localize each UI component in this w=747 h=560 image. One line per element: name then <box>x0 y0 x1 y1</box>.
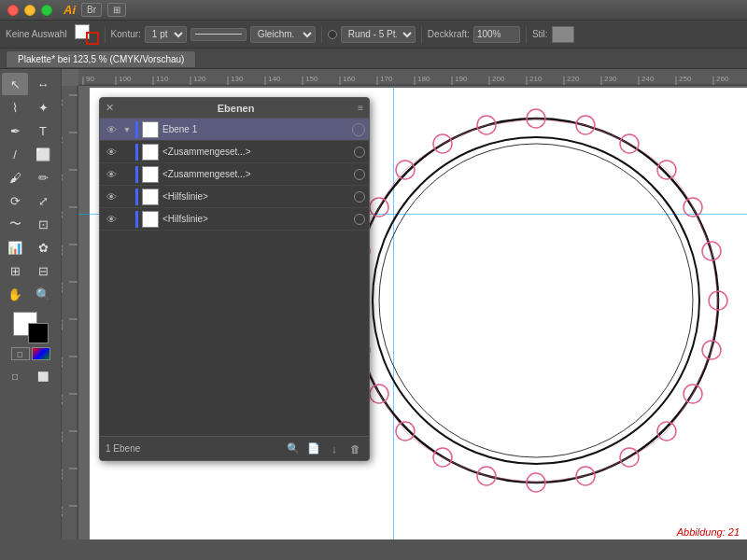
svg-text:100: 100 <box>62 245 63 256</box>
kontur-select[interactable]: 1 pt <box>145 26 187 43</box>
stil-preview[interactable] <box>552 26 574 43</box>
svg-text:90: 90 <box>62 211 63 218</box>
scale-tool[interactable]: ⤢ <box>30 189 56 212</box>
svg-text:170: 170 <box>62 506 63 517</box>
view-mode-tools: □ ⬜ <box>2 365 59 387</box>
layers-panel: ✕ Ebenen ≡ 👁 ▼ Ebene 1 👁 <box>99 97 370 461</box>
slice-tool[interactable]: ⊟ <box>30 259 56 282</box>
layer-row-1[interactable]: 👁 <Zusammengeset...> <box>100 141 369 163</box>
rotate-tool[interactable]: ⟳ <box>2 189 28 212</box>
app-icon: Ai <box>63 3 76 17</box>
layer-row-2[interactable]: 👁 <Zusammengeset...> <box>100 163 369 186</box>
symbol-tool[interactable]: ✿ <box>30 236 56 259</box>
delete-layer-button[interactable]: 🗑 <box>346 441 363 457</box>
stroke-style-select[interactable]: Gleichm. <box>250 26 316 43</box>
make-sublayer-button[interactable]: 🔍 <box>285 441 302 457</box>
layer-visibility-2[interactable]: 👁 <box>104 167 119 182</box>
close-button[interactable] <box>7 5 19 16</box>
select-tool[interactable]: ↖ <box>2 73 28 95</box>
color-swatches-area: ◻ <box>2 310 59 362</box>
layout-button[interactable]: ⊞ <box>107 3 126 17</box>
divider-1 <box>105 26 106 43</box>
lasso-tool[interactable]: ⌇ <box>2 96 28 119</box>
stroke-swatch[interactable] <box>86 32 99 45</box>
paintbrush-tool[interactable]: 🖌 <box>2 166 28 189</box>
fullscreen-mode-button[interactable]: ⬜ <box>30 365 56 387</box>
layer-expand-0[interactable]: ▼ <box>122 125 132 134</box>
svg-text:140: 140 <box>62 394 63 405</box>
layer-visibility-0[interactable]: 👁 <box>104 122 119 137</box>
svg-text:120: 120 <box>62 319 63 330</box>
foreground-background-swatches[interactable] <box>13 312 49 343</box>
round-select[interactable]: Rund - 5 Pt. <box>341 26 416 43</box>
svg-text:80: 80 <box>62 174 63 181</box>
layer-name-1: <Zusammengeset...> <box>162 147 350 157</box>
figure-label: Abbildung: 21 <box>677 526 740 538</box>
type-tool[interactable]: T <box>30 119 56 142</box>
svg-text:150: 150 <box>62 431 63 442</box>
svg-text:70: 70 <box>62 136 63 144</box>
direct-select-tool[interactable]: ↔ <box>30 73 56 95</box>
artboard-tool[interactable]: ⊞ <box>2 259 28 282</box>
opacity-input[interactable] <box>473 26 520 43</box>
svg-text:150: 150 <box>305 75 318 83</box>
layer-visibility-4[interactable]: 👁 <box>104 212 119 227</box>
line-tool[interactable]: / <box>2 143 28 165</box>
pen-tool[interactable]: ✒ <box>2 119 28 142</box>
panel-title: Ebenen <box>218 103 255 114</box>
layers-footer-icons: 🔍 📄 ↓ 🗑 <box>285 441 363 457</box>
background-swatch[interactable] <box>28 323 49 343</box>
pencil-tool[interactable]: ✏ <box>30 166 56 189</box>
svg-text:220: 220 <box>567 75 580 83</box>
layer-target-0[interactable] <box>352 123 365 136</box>
new-layer-button[interactable]: 📄 <box>305 441 322 457</box>
zoom-tool[interactable]: 🔍 <box>30 283 56 305</box>
shape-tool[interactable]: ⬜ <box>30 143 56 165</box>
layer-target-1[interactable] <box>354 147 365 158</box>
svg-text:110: 110 <box>156 75 169 83</box>
normal-mode-button[interactable]: □ <box>2 365 28 387</box>
layer-name-3: <Hilfslinie> <box>162 191 350 202</box>
svg-text:90: 90 <box>86 75 94 83</box>
layer-row-0[interactable]: 👁 ▼ Ebene 1 <box>100 119 369 141</box>
layer-color-0 <box>135 121 138 138</box>
svg-text:160: 160 <box>62 469 63 480</box>
document-tab[interactable]: Plakette* bei 123,5 % (CMYK/Vorschau) <box>6 50 196 67</box>
layer-row-3[interactable]: 👁 <Hilfslinie> <box>100 186 369 208</box>
layer-row-4[interactable]: 👁 <Hilfslinie> <box>100 208 369 231</box>
maximize-button[interactable] <box>41 5 52 16</box>
magic-wand-tool[interactable]: ✦ <box>30 96 56 119</box>
bridge-button[interactable]: Br <box>81 3 102 17</box>
layer-target-3[interactable] <box>354 191 365 203</box>
layer-count-label: 1 Ebene <box>106 443 140 454</box>
canvas-area[interactable]: 90 100 110 120 130 140 150 160 170 180 <box>62 69 747 539</box>
layer-color-2 <box>135 166 138 183</box>
minimize-button[interactable] <box>24 5 35 16</box>
layer-target-2[interactable] <box>354 169 365 180</box>
main-area: ↖ ↔ ⌇ ✦ ✒ T / ⬜ 🖌 ✏ ⟳ ⤢ 〜 ⊡ 📊 ✿ <box>0 69 747 539</box>
layer-name-4: <Hilfslinie> <box>162 214 350 224</box>
svg-text:100: 100 <box>119 75 132 83</box>
layers-panel-footer: 1 Ebene 🔍 📄 ↓ 🗑 <box>100 436 369 460</box>
divider-4 <box>526 26 527 43</box>
svg-text:260: 260 <box>716 75 729 83</box>
warp-tool[interactable]: 〜 <box>2 213 28 235</box>
move-to-new-layer-button[interactable]: ↓ <box>326 441 343 457</box>
panel-menu-button[interactable]: ≡ <box>358 103 363 113</box>
layer-target-4[interactable] <box>354 214 365 225</box>
hand-tool[interactable]: ✋ <box>2 283 28 305</box>
svg-text:160: 160 <box>343 75 356 83</box>
layer-visibility-1[interactable]: 👁 <box>104 145 119 160</box>
no-selection-label: Keine Auswahl <box>6 29 67 39</box>
layer-color-4 <box>135 211 138 228</box>
layer-visibility-3[interactable]: 👁 <box>104 189 119 204</box>
gradient-swatch[interactable] <box>32 347 50 360</box>
graph-tool[interactable]: 📊 <box>2 236 28 259</box>
fill-stroke-indicator <box>75 24 99 45</box>
free-transform-tool[interactable]: ⊡ <box>30 213 56 235</box>
none-swatch[interactable]: ◻ <box>11 347 30 360</box>
layer-thumb-4 <box>142 211 159 228</box>
layers-list: 👁 ▼ Ebene 1 👁 <Zusammengeset...> <box>100 119 369 436</box>
panel-close-button[interactable]: ✕ <box>106 102 114 114</box>
divider-2 <box>321 26 322 43</box>
